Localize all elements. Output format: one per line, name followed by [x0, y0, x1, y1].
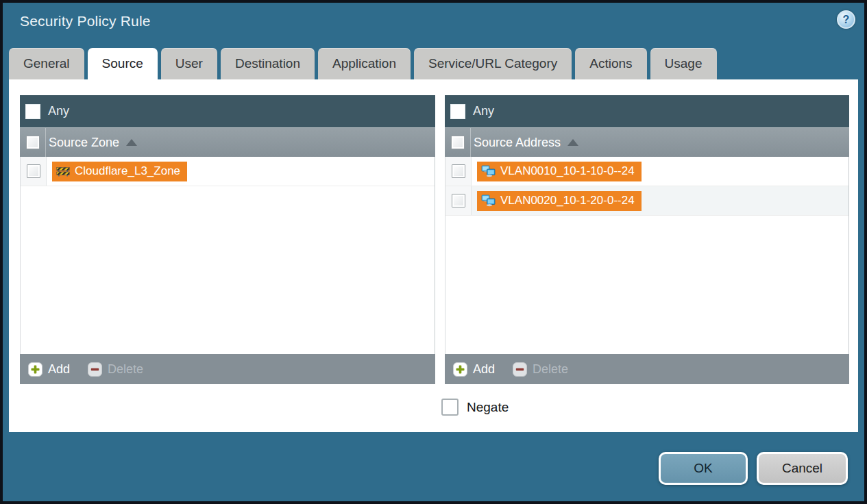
table-row[interactable]: Cloudflare_L3_Zone — [21, 157, 435, 186]
source-address-any-bar: Any — [445, 95, 849, 127]
help-glyph: ? — [843, 14, 850, 26]
dialog-buttons: OK Cancel — [659, 452, 848, 485]
security-policy-rule-dialog: Security Policy Rule ? General Source Us… — [0, 0, 867, 504]
add-button[interactable]: Add — [453, 362, 495, 377]
source-tab-content: Any Source Zone — [9, 79, 858, 432]
tab-source[interactable]: Source — [88, 48, 158, 79]
delete-minus-icon — [513, 362, 527, 377]
network-icon — [481, 165, 496, 177]
source-address-rows: VLAN0010_10-1-10-0--24 — [445, 157, 849, 354]
tab-service-url-category[interactable]: Service/URL Category — [414, 48, 572, 79]
address-name: VLAN0020_10-1-20-0--24 — [500, 194, 635, 207]
ok-button[interactable]: OK — [659, 452, 748, 485]
source-address-header-checkbox-cell — [445, 128, 471, 157]
source-address-any-checkbox[interactable] — [450, 104, 465, 119]
source-address-any-label: Any — [473, 104, 494, 118]
tab-usage[interactable]: Usage — [650, 48, 717, 79]
zone-name: Cloudflare_L3_Zone — [75, 164, 180, 178]
add-plus-icon — [28, 362, 42, 377]
source-address-panel: Any Source Address — [445, 95, 849, 384]
source-zone-any-cell — [20, 104, 46, 119]
table-row[interactable]: VLAN0020_10-1-20-0--24 — [445, 186, 848, 216]
source-zone-panel: Any Source Zone — [20, 95, 435, 384]
row-checkbox[interactable] — [27, 164, 40, 178]
address-chip[interactable]: VLAN0010_10-1-10-0--24 — [477, 162, 642, 181]
negate-checkbox[interactable] — [441, 399, 459, 416]
source-zone-column-header[interactable]: Source Zone — [20, 127, 435, 157]
tab-actions[interactable]: Actions — [575, 48, 646, 79]
delete-button[interactable]: Delete — [88, 362, 143, 377]
source-address-footer: Add Delete — [445, 354, 849, 384]
source-address-column-header[interactable]: Source Address — [445, 127, 849, 157]
sort-ascending-icon — [567, 139, 578, 146]
dialog-title: Security Policy Rule — [20, 13, 151, 29]
cancel-button[interactable]: Cancel — [757, 452, 848, 485]
delete-label: Delete — [108, 362, 143, 377]
sort-ascending-icon — [126, 139, 137, 146]
source-zone-any-label: Any — [48, 104, 69, 118]
add-plus-icon — [453, 362, 467, 377]
tab-user[interactable]: User — [161, 48, 217, 79]
add-label: Add — [473, 362, 495, 377]
row-checkbox[interactable] — [452, 194, 465, 207]
negate-row: Negate — [441, 399, 509, 416]
source-zone-column-title: Source Zone — [49, 136, 119, 150]
delete-label: Delete — [533, 362, 568, 377]
source-zone-rows: Cloudflare_L3_Zone — [20, 157, 435, 354]
network-icon — [481, 194, 496, 207]
source-zone-header-checkbox-cell — [20, 128, 46, 157]
source-zone-any-bar: Any — [20, 95, 435, 127]
row-checkbox-cell — [445, 186, 472, 215]
tab-destination[interactable]: Destination — [221, 48, 315, 79]
source-zone-any-checkbox[interactable] — [25, 104, 40, 119]
row-checkbox-cell — [21, 157, 47, 186]
delete-button[interactable]: Delete — [513, 362, 568, 377]
negate-label: Negate — [467, 400, 509, 415]
address-chip[interactable]: VLAN0020_10-1-20-0--24 — [477, 191, 642, 211]
source-address-header-checkbox[interactable] — [451, 136, 465, 149]
table-row[interactable]: VLAN0010_10-1-10-0--24 — [445, 157, 848, 186]
dialog-titlebar: Security Policy Rule ? — [3, 3, 864, 47]
tab-application[interactable]: Application — [318, 48, 411, 79]
address-name: VLAN0010_10-1-10-0--24 — [500, 164, 635, 178]
delete-minus-icon — [88, 362, 102, 377]
add-label: Add — [48, 362, 70, 377]
source-address-any-cell — [445, 104, 471, 119]
add-button[interactable]: Add — [28, 362, 70, 377]
zone-icon — [56, 166, 70, 177]
tab-general[interactable]: General — [9, 48, 84, 79]
row-checkbox-cell — [445, 157, 472, 186]
source-address-column-title: Source Address — [474, 136, 561, 150]
zone-chip[interactable]: Cloudflare_L3_Zone — [52, 162, 187, 181]
help-icon[interactable]: ? — [837, 10, 855, 29]
row-checkbox[interactable] — [452, 164, 465, 178]
dialog-tabs: General Source User Destination Applicat… — [9, 48, 717, 79]
source-zone-header-checkbox[interactable] — [26, 136, 40, 149]
source-zone-footer: Add Delete — [20, 354, 435, 384]
